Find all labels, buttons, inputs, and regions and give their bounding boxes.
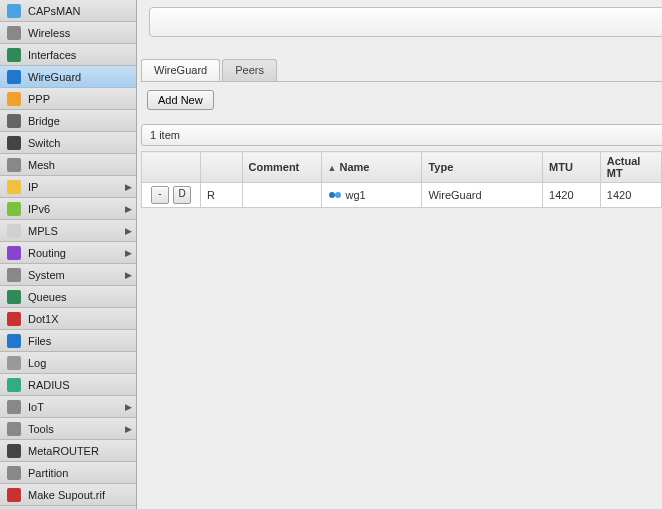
chevron-right-icon: ▶: [122, 248, 132, 258]
sidebar-item-log[interactable]: Log: [0, 352, 136, 374]
item-count-bar: 1 item: [141, 124, 662, 146]
svg-rect-7: [7, 158, 21, 172]
sidebar-item-label: System: [28, 269, 122, 281]
tabs: WireGuard Peers: [141, 59, 662, 82]
sidebar-item-files[interactable]: Files: [0, 330, 136, 352]
dot1x-icon: [6, 311, 22, 327]
log-icon: [6, 355, 22, 371]
sidebar-item-label: Interfaces: [28, 49, 132, 61]
sidebar-item-switch[interactable]: Switch: [0, 132, 136, 154]
sidebar-item-label: Switch: [28, 137, 132, 149]
sidebar-item-label: Bridge: [28, 115, 132, 127]
row-name-cell[interactable]: wg1: [321, 183, 422, 208]
row-actual-mtu: 1420: [600, 183, 661, 208]
svg-rect-6: [7, 136, 21, 150]
svg-point-24: [335, 192, 341, 198]
svg-rect-3: [7, 70, 21, 84]
col-type[interactable]: Type: [422, 152, 543, 183]
sidebar-item-queues[interactable]: Queues: [0, 286, 136, 308]
svg-rect-0: [7, 4, 21, 18]
sidebar-item-metarouter[interactable]: MetaROUTER: [0, 440, 136, 462]
sidebar-item-make-supout-rif[interactable]: Make Supout.rif: [0, 484, 136, 506]
table-header-row: Comment ▲Name Type MTU Actual MT: [142, 152, 662, 183]
queues-icon: [6, 289, 22, 305]
sidebar-item-wireguard[interactable]: WireGuard: [0, 66, 136, 88]
svg-rect-11: [7, 246, 21, 260]
interfaces-table: Comment ▲Name Type MTU Actual MT - D R: [141, 151, 662, 208]
sort-asc-icon: ▲: [328, 163, 337, 173]
svg-rect-16: [7, 356, 21, 370]
ipv6-icon: [6, 201, 22, 217]
col-actions: [142, 152, 201, 183]
row-mtu: 1420: [543, 183, 601, 208]
sidebar-item-label: Routing: [28, 247, 122, 259]
sidebar-item-label: RADIUS: [28, 379, 132, 391]
metarouter-icon: [6, 443, 22, 459]
delete-button[interactable]: D: [173, 186, 191, 204]
sidebar-item-label: IoT: [28, 401, 122, 413]
sidebar-item-ppp[interactable]: PPP: [0, 88, 136, 110]
sidebar-item-tools[interactable]: Tools▶: [0, 418, 136, 440]
sidebar-item-label: MPLS: [28, 225, 122, 237]
add-new-button[interactable]: Add New: [147, 90, 214, 110]
sidebar-item-capsman[interactable]: CAPsMAN: [0, 0, 136, 22]
sidebar-item-label: Partition: [28, 467, 132, 479]
svg-rect-5: [7, 114, 21, 128]
mpls-icon: [6, 223, 22, 239]
sidebar-item-label: Mesh: [28, 159, 132, 171]
chevron-right-icon: ▶: [122, 270, 132, 280]
svg-rect-1: [7, 26, 21, 40]
col-actual-mtu[interactable]: Actual MT: [600, 152, 661, 183]
row-flag: R: [201, 183, 243, 208]
col-mtu[interactable]: MTU: [543, 152, 601, 183]
sidebar-item-partition[interactable]: Partition: [0, 462, 136, 484]
tab-peers[interactable]: Peers: [222, 59, 277, 81]
sidebar-item-routing[interactable]: Routing▶: [0, 242, 136, 264]
sidebar-item-mesh[interactable]: Mesh: [0, 154, 136, 176]
svg-rect-13: [7, 290, 21, 304]
sidebar-item-interfaces[interactable]: Interfaces: [0, 44, 136, 66]
tab-wireguard[interactable]: WireGuard: [141, 59, 220, 81]
sidebar-item-label: Tools: [28, 423, 122, 435]
sidebar-item-bridge[interactable]: Bridge: [0, 110, 136, 132]
sidebar-item-dot1x[interactable]: Dot1X: [0, 308, 136, 330]
radius-icon: [6, 377, 22, 393]
sidebar-item-iot[interactable]: IoT▶: [0, 396, 136, 418]
sidebar-item-label: Wireless: [28, 27, 132, 39]
sidebar-item-wireless[interactable]: Wireless: [0, 22, 136, 44]
svg-rect-12: [7, 268, 21, 282]
chevron-right-icon: ▶: [122, 402, 132, 412]
sidebar-item-radius[interactable]: RADIUS: [0, 374, 136, 396]
chevron-right-icon: ▶: [122, 204, 132, 214]
sidebar-item-label: MetaROUTER: [28, 445, 132, 457]
sidebar-item-label: CAPsMAN: [28, 5, 132, 17]
bridge-icon: [6, 113, 22, 129]
row-comment: [242, 183, 321, 208]
disable-button[interactable]: -: [151, 186, 169, 204]
tools-icon: [6, 421, 22, 437]
command-bar[interactable]: [149, 7, 662, 37]
ppp-icon: [6, 91, 22, 107]
sidebar-item-label: IP: [28, 181, 122, 193]
system-icon: [6, 267, 22, 283]
interfaces-icon: [6, 47, 22, 63]
col-comment[interactable]: Comment: [242, 152, 321, 183]
content-pane: WireGuard Peers Add New 1 item Comment ▲…: [137, 0, 662, 509]
col-name[interactable]: ▲Name: [321, 152, 422, 183]
sidebar-item-label: Dot1X: [28, 313, 132, 325]
sidebar-item-system[interactable]: System▶: [0, 264, 136, 286]
sidebar-item-ip[interactable]: IP▶: [0, 176, 136, 198]
chevron-right-icon: ▶: [122, 226, 132, 236]
svg-rect-10: [7, 224, 21, 238]
table-row[interactable]: - D R wg1 WireGuard 1420 1420: [142, 183, 662, 208]
ip-icon: [6, 179, 22, 195]
svg-rect-14: [7, 312, 21, 326]
wireless-icon: [6, 25, 22, 41]
capsman-icon: [6, 3, 22, 19]
toolbar: Add New: [147, 90, 662, 110]
sidebar-item-mpls[interactable]: MPLS▶: [0, 220, 136, 242]
svg-rect-19: [7, 422, 21, 436]
sidebar-item-ipv6[interactable]: IPv6▶: [0, 198, 136, 220]
mesh-icon: [6, 157, 22, 173]
sidebar-item-label: PPP: [28, 93, 132, 105]
